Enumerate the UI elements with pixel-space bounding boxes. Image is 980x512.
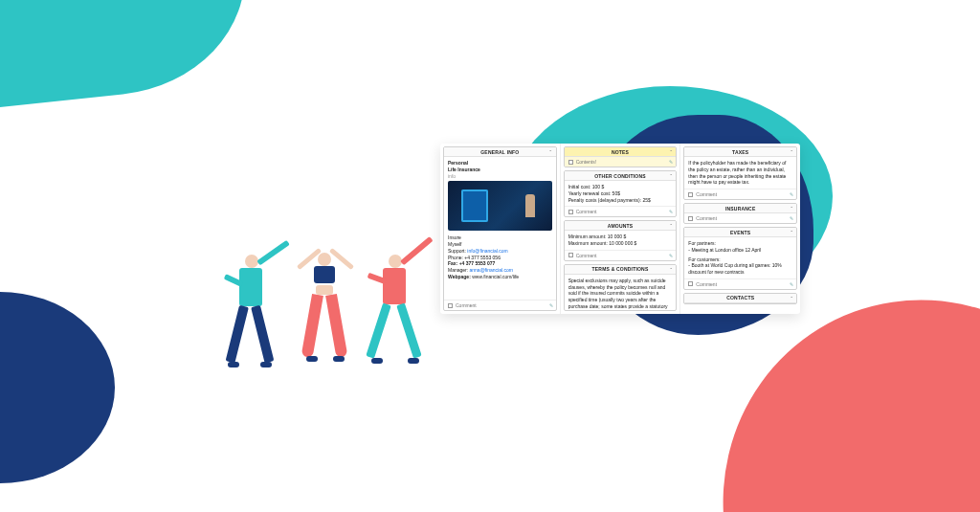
checkbox-icon[interactable] xyxy=(688,281,693,286)
notes-card: NOTES ˄ Contents! ✎ xyxy=(564,146,678,167)
checkbox-icon[interactable] xyxy=(688,216,693,221)
other-conditions-card: OTHER CONDITIONS ˄ Initial cost: 100 $ Y… xyxy=(564,170,678,217)
column-3: TAXES ˄ If the policyholder has made the… xyxy=(679,144,800,314)
webpage-label: Webpage: xyxy=(448,274,471,279)
amounts-max: Maximum amount: 10 000 000 $ xyxy=(568,240,673,247)
insurance-panel-window: GENERAL INFO ˄ Personal Life Insurance i… xyxy=(440,144,800,314)
contacts-title: CONTACTS xyxy=(726,295,754,301)
edit-icon[interactable]: ✎ xyxy=(790,191,793,197)
decorative-blob-navy-left xyxy=(0,292,115,483)
taxes-card: TAXES ˄ If the policyholder has made the… xyxy=(683,146,797,200)
chevron-up-icon: ˄ xyxy=(670,173,673,179)
events-comment-row[interactable]: Comment ✎ xyxy=(684,278,796,289)
comment-label: Comment xyxy=(696,215,717,221)
comment-label: Comment xyxy=(576,209,597,214)
edit-icon[interactable]: ✎ xyxy=(790,215,793,221)
support-label: Support: xyxy=(448,248,466,254)
chevron-up-icon: ˄ xyxy=(791,230,793,235)
column-2: NOTES ˄ Contents! ✎ OTHER CONDITIONS ˄ I… xyxy=(560,144,680,314)
comment-label: Comment xyxy=(696,281,717,287)
taxes-header[interactable]: TAXES ˄ xyxy=(684,147,796,157)
amounts-title: AMOUNTS xyxy=(608,223,634,229)
webpage-val: www.financial.com/life xyxy=(472,274,519,279)
general-comment-row[interactable]: Comment ✎ xyxy=(444,300,556,310)
terms-body: Special exclusions may apply, such as su… xyxy=(565,275,677,311)
info-tag: info xyxy=(448,173,552,180)
edit-icon[interactable]: ✎ xyxy=(669,159,673,165)
comment-label: Comment xyxy=(576,253,597,258)
amounts-card: AMOUNTS ˄ Minimum amount: 10 000 $ Maxim… xyxy=(564,220,678,261)
events-card: EVENTS ˄ For partners: - Meeting at Lond… xyxy=(683,227,797,290)
decorative-blob-teal-top xyxy=(0,0,256,110)
fax-label: Fax: xyxy=(448,260,457,266)
taxes-title: TAXES xyxy=(732,149,748,155)
terms-header[interactable]: TERMS & CONDITIONS ˄ xyxy=(565,265,677,275)
phone-label: Phone: xyxy=(448,255,463,260)
taxes-body: If the policyholder has made the benefic… xyxy=(684,157,796,189)
chevron-up-icon: ˄ xyxy=(549,149,552,155)
insurance-card: INSURANCE ˄ Comment ✎ xyxy=(683,203,797,224)
dancers-illustration xyxy=(211,249,440,421)
comment-label: Comment xyxy=(456,302,477,308)
events-title: EVENTS xyxy=(730,230,750,235)
events-p2: For customers: xyxy=(688,256,792,263)
terms-card: TERMS & CONDITIONS ˄ Special exclusions … xyxy=(564,264,678,311)
other-l2: Yearly renewal cost: 50$ xyxy=(568,190,673,197)
edit-icon[interactable]: ✎ xyxy=(669,253,673,258)
events-p2a: - Booth at World Cup during all games: 1… xyxy=(688,262,792,276)
support-email[interactable]: info@financial.com xyxy=(467,248,507,254)
checkbox-icon[interactable] xyxy=(568,210,573,214)
checkbox-icon[interactable] xyxy=(688,192,693,197)
events-p1a: - Meeting at London office 12 April xyxy=(688,247,792,254)
checkbox-icon[interactable] xyxy=(448,303,453,308)
chevron-up-icon: ˄ xyxy=(670,267,673,273)
other-conditions-title: OTHER CONDITIONS xyxy=(594,173,645,179)
amounts-comment-row[interactable]: Comment ✎ xyxy=(565,250,677,260)
amounts-min: Minimum amount: 10 000 $ xyxy=(568,234,673,240)
column-1: GENERAL INFO ˄ Personal Life Insurance i… xyxy=(440,144,560,314)
edit-icon[interactable]: ✎ xyxy=(549,302,553,308)
other-l3: Penalty costs (delayed payments): 25$ xyxy=(568,197,673,204)
chevron-up-icon: ˄ xyxy=(791,149,793,155)
checkbox-icon[interactable] xyxy=(568,160,573,165)
edit-icon[interactable]: ✎ xyxy=(669,209,673,214)
checkbox-icon[interactable] xyxy=(568,253,573,257)
person: Myself xyxy=(448,241,552,248)
manager-email[interactable]: anna@financial.com xyxy=(470,267,513,273)
notes-header[interactable]: NOTES ˄ xyxy=(565,147,677,157)
chevron-up-icon: ˄ xyxy=(791,296,793,301)
notes-content: Contents! xyxy=(576,159,596,165)
terms-title: TERMS & CONDITIONS xyxy=(592,266,649,272)
fax-val: +4 377 5553 077 xyxy=(459,260,496,266)
insurance-title: INSURANCE xyxy=(725,206,756,211)
edit-icon[interactable]: ✎ xyxy=(790,281,793,287)
general-info-card: GENERAL INFO ˄ Personal Life Insurance i… xyxy=(443,146,557,311)
contacts-header[interactable]: CONTACTS ˄ xyxy=(684,294,796,303)
general-info-title: GENERAL INFO xyxy=(480,149,519,155)
chevron-up-icon: ˄ xyxy=(791,206,793,211)
chevron-up-icon: ˄ xyxy=(670,223,673,229)
personal-label: Personal xyxy=(448,160,552,167)
other-l1: Initial cost: 100 $ xyxy=(568,184,673,190)
phone-val: +4 377 5553 056 xyxy=(464,255,501,260)
events-header[interactable]: EVENTS ˄ xyxy=(684,228,796,237)
contacts-card: CONTACTS ˄ xyxy=(683,293,797,304)
events-p1: For partners: xyxy=(688,240,792,247)
notes-comment-row[interactable]: Contents! ✎ xyxy=(565,157,677,167)
product-name: Life Insurance xyxy=(448,167,552,173)
org-name: Insure xyxy=(448,234,552,241)
insurance-header[interactable]: INSURANCE ˄ xyxy=(684,204,796,213)
comment-label: Comment xyxy=(696,191,717,197)
other-comment-row[interactable]: Comment ✎ xyxy=(565,206,677,216)
other-conditions-header[interactable]: OTHER CONDITIONS ˄ xyxy=(565,171,677,181)
notes-title: NOTES xyxy=(612,149,629,155)
manager-label: Manager: xyxy=(448,267,468,273)
chevron-up-icon: ˄ xyxy=(670,149,673,155)
general-info-header[interactable]: GENERAL INFO ˄ xyxy=(444,147,556,157)
embedded-image xyxy=(448,181,552,231)
insurance-comment-row[interactable]: Comment ✎ xyxy=(684,213,796,223)
amounts-header[interactable]: AMOUNTS ˄ xyxy=(565,221,677,231)
taxes-comment-row[interactable]: Comment ✎ xyxy=(684,189,796,199)
